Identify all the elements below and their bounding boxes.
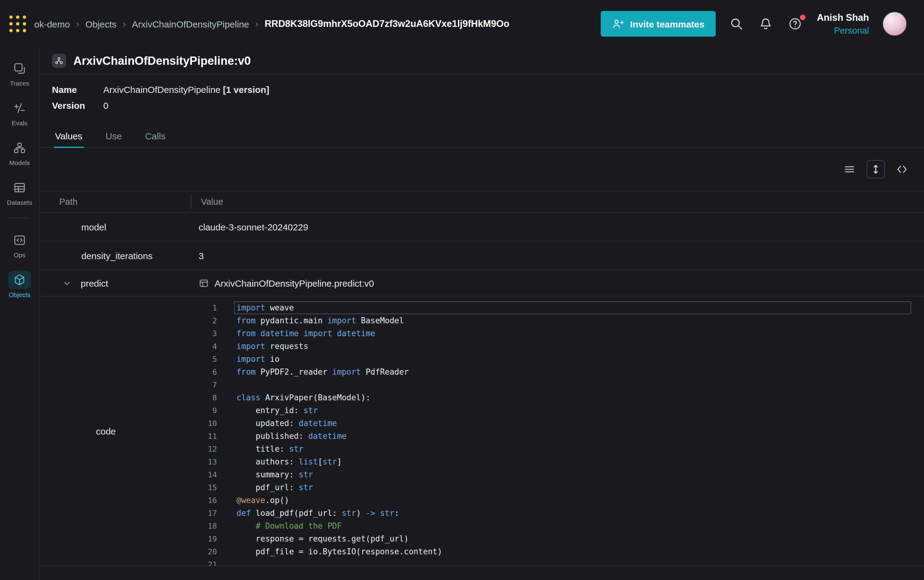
- code-line-text: title: str: [234, 443, 911, 455]
- sidebar-item-ops[interactable]: Ops: [2, 228, 37, 262]
- code-line-number: 9: [191, 404, 217, 417]
- datasets-icon: [8, 178, 31, 197]
- code-line-text: pdf_file = io.BytesIO(response.content): [234, 545, 911, 558]
- breadcrumb-objects[interactable]: Objects: [85, 19, 117, 29]
- search-button[interactable]: [729, 16, 744, 32]
- sidebar: Traces Evals: [0, 48, 40, 580]
- sidebar-item-label: Evals: [12, 119, 27, 127]
- code-line-number: 13: [191, 455, 217, 468]
- code-line: 13 authors: list[str]: [191, 455, 924, 468]
- app-root: ok-demo › Objects › ArxivChainOfDensityP…: [0, 0, 924, 580]
- code-line-text: def load_pdf(pdf_url: str) -> str:: [234, 507, 911, 519]
- sidebar-item-evals[interactable]: Evals: [2, 96, 37, 130]
- invite-teammates-label: Invite teammates: [630, 19, 704, 29]
- table-row-model: model claude-3-sonnet-20240229: [40, 213, 924, 241]
- code-line-text: updated: datetime: [234, 417, 911, 430]
- table-row-density-iterations: density_iterations 3: [40, 241, 924, 270]
- version-count-badge: [1 version]: [223, 84, 270, 95]
- models-icon: [8, 139, 31, 157]
- code-line-number: 11: [191, 430, 217, 443]
- sidebar-item-datasets[interactable]: Datasets: [2, 175, 37, 209]
- name-label: Name: [52, 84, 103, 95]
- code-line: 17def load_pdf(pdf_url: str) -> str:: [191, 507, 924, 519]
- wandb-logo-icon[interactable]: [7, 13, 28, 34]
- search-icon: [729, 16, 743, 31]
- code-line: 11 published: datetime: [191, 430, 924, 443]
- code-line-text: summary: str: [234, 468, 911, 481]
- sidebar-divider: [9, 218, 30, 218]
- name-value: ArxivChainOfDensityPipeline[1 version]: [103, 84, 269, 95]
- avatar[interactable]: [883, 12, 907, 36]
- person-plus-icon: [612, 18, 624, 30]
- traces-icon: [8, 59, 31, 77]
- code-line-number: 18: [191, 519, 217, 532]
- code-line-text: @weave.op(): [234, 494, 911, 507]
- breadcrumb-separator: ›: [255, 18, 259, 29]
- values-toolbar: [40, 148, 924, 191]
- table-header-row: Path Value: [40, 191, 924, 213]
- ops-icon: [8, 231, 31, 249]
- table-row-predict: predict ArxivChainOfDensityPipeline.pred…: [40, 270, 924, 297]
- path-cell: density_iterations: [40, 250, 191, 261]
- table-row-code: code 1import weave2from pydantic.main im…: [40, 297, 924, 567]
- code-line-text: import requests: [234, 340, 911, 353]
- user-menu[interactable]: Anish Shah Personal: [817, 12, 869, 36]
- page-title: ArxivChainOfDensityPipeline:v0: [73, 54, 251, 68]
- code-line: 18 # Download the PDF: [191, 519, 924, 532]
- code-line-number: 17: [191, 507, 217, 519]
- code-line-text: # Download the PDF: [234, 519, 911, 532]
- value-cell: claude-3-sonnet-20240229: [191, 222, 924, 232]
- sidebar-item-label: Models: [9, 159, 30, 166]
- code-line: 20 pdf_file = io.BytesIO(response.conten…: [191, 545, 924, 558]
- code-line-number: 3: [191, 327, 217, 340]
- sidebar-item-objects[interactable]: Objects: [2, 268, 37, 301]
- expand-collapse-button[interactable]: [866, 160, 885, 178]
- code-line-number: 8: [191, 391, 217, 404]
- bell-icon: [758, 16, 773, 31]
- main-content: ArxivChainOfDensityPipeline:v0 Name Arxi…: [40, 48, 924, 580]
- code-line-text: [234, 558, 911, 566]
- topbar: ok-demo › Objects › ArxivChainOfDensityP…: [0, 0, 924, 48]
- breadcrumb-project[interactable]: ok-demo: [34, 19, 70, 29]
- op-link[interactable]: ArxivChainOfDensityPipeline.predict:v0: [214, 278, 374, 288]
- code-line-number: 7: [191, 378, 217, 391]
- breadcrumb-separator: ›: [76, 18, 79, 29]
- list-view-button[interactable]: [843, 163, 856, 175]
- values-table: Path Value model claude-3-sonnet-2024022…: [40, 191, 924, 567]
- code-line: 3from datetime import datetime: [191, 327, 924, 340]
- sidebar-item-models[interactable]: Models: [2, 136, 37, 169]
- code-view-button[interactable]: [896, 163, 908, 175]
- sidebar-item-label: Ops: [14, 251, 26, 259]
- code-line: 1import weave: [191, 301, 924, 314]
- code-line-number: 19: [191, 532, 217, 545]
- code-line: 9 entry_id: str: [191, 404, 924, 417]
- user-name: Anish Shah: [817, 12, 869, 24]
- code-line: 7: [191, 378, 924, 391]
- version-value: 0: [103, 100, 109, 110]
- code-line-text: import weave: [234, 301, 911, 314]
- code-line-text: [234, 378, 911, 391]
- user-scope: Personal: [817, 25, 869, 36]
- code-line-text: from pydantic.main import BaseModel: [234, 314, 911, 327]
- op-ref-icon: [199, 278, 209, 288]
- breadcrumb-object-name[interactable]: ArxivChainOfDensityPipeline: [132, 19, 249, 29]
- collapse-chevron-icon[interactable]: [63, 279, 71, 287]
- help-button[interactable]: [787, 16, 803, 32]
- code-line-number: 16: [191, 494, 217, 507]
- sidebar-item-traces[interactable]: Traces: [2, 56, 37, 90]
- tab-values[interactable]: Values: [54, 127, 84, 148]
- path-cell: predict: [81, 278, 108, 288]
- code-line: 14 summary: str: [191, 468, 924, 481]
- notifications-button[interactable]: [758, 16, 774, 32]
- tab-bar: Values Use Calls: [40, 127, 924, 148]
- value-cell: 3: [191, 250, 924, 261]
- breadcrumb-object-version-id[interactable]: RRD8K38lG9mhrX5oOAD7zf3w2uA6KVxe1lj9fHkM…: [265, 18, 509, 29]
- code-line-text: import io: [234, 353, 911, 366]
- object-type-icon: [52, 54, 66, 68]
- invite-teammates-button[interactable]: Invite teammates: [601, 11, 715, 37]
- code-line: 12 title: str: [191, 443, 924, 455]
- tab-calls[interactable]: Calls: [144, 127, 167, 147]
- code-block[interactable]: 1import weave2from pydantic.main import …: [191, 301, 924, 566]
- tab-use[interactable]: Use: [104, 127, 123, 147]
- code-line-number: 2: [191, 314, 217, 327]
